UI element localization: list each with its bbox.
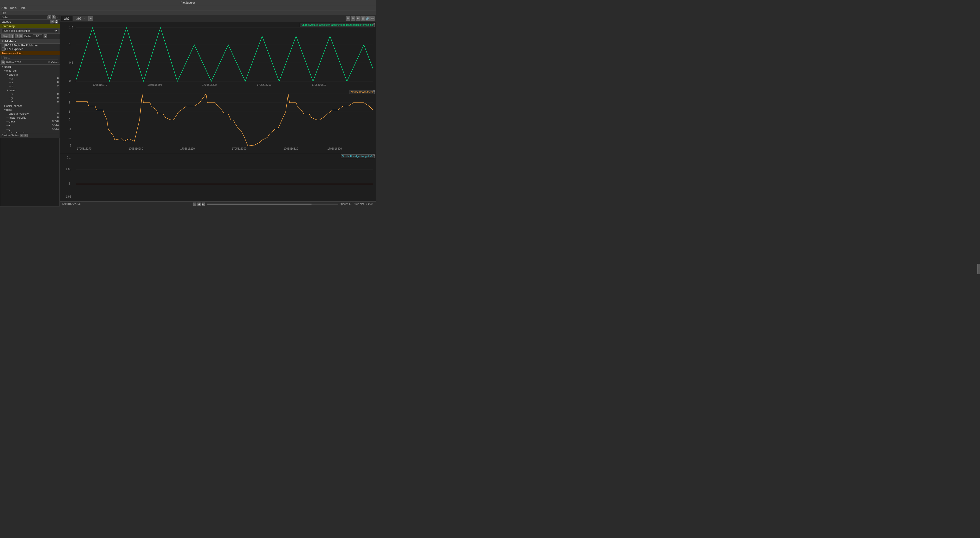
publishers-section: Publishers ROS2 Topic Re-Publisher CSV E… xyxy=(0,39,60,51)
chart1-legend: */turtle1/rotate_absolute/_action/feedba… xyxy=(300,23,375,27)
file-label[interactable]: File xyxy=(2,11,6,14)
buffer-label: Buffer: xyxy=(24,35,32,38)
tree-item[interactable]: — x 5.544 xyxy=(0,123,60,127)
bottom-bar: 1705816327.630 ⇒ ◀ ▶ Speed: 1.0 Step siz… xyxy=(60,201,375,206)
svg-text:1705816300: 1705816300 xyxy=(257,83,272,86)
prev-button[interactable]: ◀ xyxy=(197,203,200,206)
layout-label: Layout: xyxy=(2,20,50,23)
tree-item[interactable]: ▶ color_sensor xyxy=(0,104,60,108)
values-check: ☑ xyxy=(48,61,50,63)
step-label: Step size: 0.000 xyxy=(354,203,372,205)
svg-text:1: 1 xyxy=(69,43,71,46)
refresh-button[interactable]: ↺ xyxy=(15,34,19,38)
tree-item[interactable]: — y 0 xyxy=(0,80,60,84)
tab2-close[interactable]: ✕ xyxy=(83,17,85,20)
data-icon1[interactable]: + xyxy=(48,15,51,19)
toggle-turtle1[interactable]: ▼ xyxy=(1,65,4,68)
chart2-canvas: 3 2 1 0 -1 -2 -3 xyxy=(60,89,375,151)
ts-icon1[interactable]: 🗑 xyxy=(1,60,5,64)
menu-help[interactable]: Help xyxy=(19,6,25,10)
custom-series-add[interactable]: + xyxy=(20,134,24,137)
svg-text:0: 0 xyxy=(69,79,71,83)
chart2-legend: */turtle1/pose/theta xyxy=(350,90,375,94)
csv-exporter-label: CSV Exporter xyxy=(5,48,58,51)
app-title: PlotJuggler xyxy=(180,1,195,4)
svg-text:2.1: 2.1 xyxy=(67,156,71,159)
svg-text:1705816280: 1705816280 xyxy=(129,147,143,150)
timeline-slider[interactable] xyxy=(207,203,338,205)
chart-panel-1: ✕ ... */turtle1/rotate_absolute/_action/… xyxy=(60,22,375,89)
tab-add-button[interactable]: + xyxy=(88,16,93,21)
tree-item[interactable]: — linear_velocity 0 xyxy=(0,116,60,119)
tree-item[interactable]: — x 0 xyxy=(0,92,60,96)
toolbar-btn-more[interactable]: ⋯ xyxy=(371,16,375,21)
svg-text:1.5: 1.5 xyxy=(69,26,73,29)
timeseries-header: Timeseries List xyxy=(0,51,60,55)
toolbar-btn-link[interactable]: 🔗 xyxy=(366,16,370,21)
menu-app[interactable]: App xyxy=(2,6,7,10)
tree-container[interactable]: ▼ turtle1 ▼ cmd_vel ▼ angular — xyxy=(0,65,60,133)
tree-item[interactable]: ▼ turtle1 xyxy=(0,65,60,68)
custom-series-edit[interactable]: ✎ xyxy=(24,134,28,137)
data-label: Data: xyxy=(2,16,48,19)
title-bar: PlotJuggler xyxy=(0,0,375,5)
pause-button[interactable]: || xyxy=(10,34,14,38)
toolbar-btn-4[interactable]: ▦ xyxy=(361,16,365,21)
filter-input[interactable] xyxy=(2,56,58,59)
svg-text:-1: -1 xyxy=(68,128,71,131)
tree-item[interactable]: — x 0 xyxy=(0,76,60,80)
toggle-color_sensor[interactable]: ▶ xyxy=(4,105,6,107)
tree-item[interactable]: — y 5.544 xyxy=(0,127,60,131)
chart2-svg: 3 2 1 0 -1 -2 -3 xyxy=(60,89,375,151)
layout-icon2[interactable]: 💾 xyxy=(54,20,58,24)
left-panel: Data: + ⚙ » Layout: ⚙ 💾 Streaming ROS2 T… xyxy=(0,15,60,206)
toolbar-btn-1[interactable]: ⊞ xyxy=(345,16,350,21)
toolbar-btn-3[interactable]: ⊠ xyxy=(356,16,360,21)
time-value: 1705816327.630 xyxy=(62,203,193,205)
toggle-angular[interactable]: ▼ xyxy=(6,73,9,76)
custom-series-bar: Custom Series: + ✎ xyxy=(0,133,60,138)
chart1-close[interactable]: ✕ xyxy=(373,22,375,25)
custom-input-area xyxy=(0,138,60,207)
toggle-pose[interactable]: ▼ xyxy=(4,108,6,111)
tree-item[interactable]: — theta 0.778 xyxy=(0,119,60,123)
svg-text:1.95: 1.95 xyxy=(66,195,71,198)
tree-item[interactable]: — z 2 xyxy=(0,84,60,88)
tree-item[interactable]: ▼ linear xyxy=(0,88,60,92)
tree-item[interactable]: — angular_velocity 0 xyxy=(0,111,60,116)
tree-item[interactable]: ▼ cmd_vel xyxy=(0,68,60,73)
data-icon2[interactable]: ⚙ xyxy=(52,15,56,19)
tree-item[interactable]: — z 0 xyxy=(0,100,60,104)
left-panel-collapse[interactable]: » xyxy=(57,16,58,19)
menu-tools[interactable]: Tools xyxy=(10,6,17,10)
tree-item[interactable]: — y 0 xyxy=(0,96,60,100)
svg-text:1705816310: 1705816310 xyxy=(312,83,326,86)
chart-panel-3: ✕ ... */turtle1/cmd_vel/angular/z 2.1 2.… xyxy=(60,153,375,201)
tree-item[interactable]: ▼ angular xyxy=(0,73,60,76)
buffer-input[interactable] xyxy=(33,34,42,38)
stop-button[interactable]: Stop xyxy=(1,34,10,38)
toggle-linear[interactable]: ▼ xyxy=(6,89,9,92)
toolbar-btn-2[interactable]: ⊟ xyxy=(351,16,355,21)
svg-text:3: 3 xyxy=(68,92,70,95)
subscriber-select[interactable]: ROS2 Topic Subscriber xyxy=(2,29,58,33)
streaming-label: Streaming xyxy=(2,24,14,28)
chart3-canvas: 2.1 2.05 2 1.95 1.9 1705812500 170581 xyxy=(60,153,375,201)
next-button[interactable]: ▶ xyxy=(202,203,205,206)
buffer-expand[interactable]: ▼ xyxy=(44,34,47,38)
tab-tab2[interactable]: tab2 ✕ xyxy=(73,16,88,21)
tab-tab1[interactable]: tab1 xyxy=(61,16,72,21)
ros2-republisher-check[interactable] xyxy=(2,44,5,47)
svg-text:1705816280: 1705816280 xyxy=(147,83,162,86)
chart3-svg: 2.1 2.05 2 1.95 1.9 1705812500 170581 xyxy=(60,153,375,201)
subscriber-row: ROS2 Topic Subscriber xyxy=(0,28,60,33)
settings-button[interactable]: ⚙ xyxy=(19,34,23,38)
chart-toolbar: ⊞ ⊟ ⊠ ▦ 🔗 ⋯ xyxy=(345,16,375,21)
toggle-cmd_vel[interactable]: ▼ xyxy=(4,69,6,72)
chart2-close[interactable]: ✕ xyxy=(373,90,375,92)
chart3-close[interactable]: ✕ xyxy=(373,154,375,157)
play-button[interactable]: ⇒ xyxy=(193,203,196,206)
tree-item[interactable]: ▼ pose xyxy=(0,108,60,111)
layout-icon1[interactable]: ⚙ xyxy=(50,20,54,24)
csv-exporter-check[interactable] xyxy=(2,48,5,51)
